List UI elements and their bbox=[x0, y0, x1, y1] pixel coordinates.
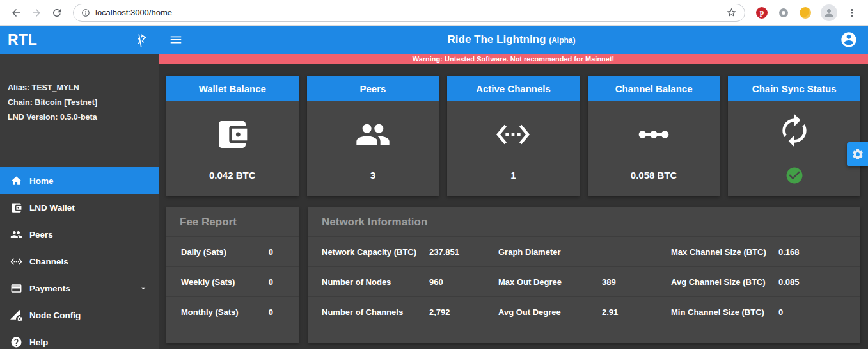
node-alias: Alias: TEST_MYLN bbox=[8, 81, 151, 95]
check-circle-icon bbox=[785, 166, 804, 185]
home-icon bbox=[10, 175, 22, 187]
active-channels-value: 1 bbox=[510, 170, 516, 181]
pin-off-icon bbox=[132, 31, 149, 48]
net-value: 237.851 bbox=[429, 247, 498, 257]
sidebar-item-home[interactable]: Home bbox=[0, 167, 159, 194]
sidebar-menu: Home LND Wallet Peers Channels Payments bbox=[0, 167, 159, 349]
fee-report-title: Fee Report bbox=[166, 207, 299, 236]
unpin-sidebar-button[interactable] bbox=[135, 34, 147, 46]
peers-card: Peers 3 bbox=[307, 76, 439, 196]
net-value: 2.91 bbox=[602, 307, 671, 317]
wallet-balance-card: Wallet Balance 0.042 BTC bbox=[166, 76, 299, 196]
gear-icon bbox=[851, 148, 864, 161]
channel-balance-card: Channel Balance 0.058 BTC bbox=[588, 76, 720, 196]
people-icon bbox=[10, 229, 22, 241]
wallet-balance-value: 0.042 BTC bbox=[209, 170, 256, 181]
account-button[interactable] bbox=[840, 31, 858, 49]
net-label: Max Out Degree bbox=[498, 277, 602, 287]
net-value: 389 bbox=[602, 277, 671, 287]
page-info-icon[interactable] bbox=[81, 8, 90, 17]
sidebar-item-lnd-wallet[interactable]: LND Wallet bbox=[0, 194, 159, 221]
peers-count-value: 3 bbox=[370, 170, 375, 181]
chevron-down-icon bbox=[138, 283, 148, 293]
forward-arrow-icon bbox=[31, 7, 42, 19]
node-config-icon bbox=[10, 309, 22, 321]
hamburger-menu-button[interactable] bbox=[169, 33, 183, 47]
wallet-icon bbox=[10, 202, 22, 214]
people-icon bbox=[355, 117, 391, 152]
card-title: Channel Balance bbox=[588, 76, 720, 101]
reload-icon bbox=[51, 7, 63, 19]
fee-row-daily: Daily (Sats) 0 bbox=[166, 236, 299, 266]
node-chain: Chain: Bitcoin [Testnet] bbox=[8, 95, 151, 110]
channel-balance-value: 0.058 BTC bbox=[631, 170, 677, 181]
sidebar-item-peers[interactable]: Peers bbox=[0, 221, 159, 248]
back-button[interactable] bbox=[6, 3, 26, 22]
help-icon bbox=[10, 336, 22, 348]
net-value: 0 bbox=[778, 307, 860, 317]
net-label: Min Channel Size (BTC) bbox=[671, 307, 778, 317]
browser-menu-button[interactable] bbox=[842, 3, 862, 22]
back-arrow-icon bbox=[10, 7, 22, 19]
url-text[interactable]: localhost:3000/home bbox=[95, 8, 721, 17]
bottom-panels-row: Fee Report Daily (Sats) 0 Weekly (Sats) … bbox=[166, 207, 860, 343]
main-area: Ride The Lightning (Alpha) Warning: Unte… bbox=[159, 26, 868, 349]
active-channels-card: Active Channels 1 bbox=[447, 76, 580, 196]
card-title: Wallet Balance bbox=[166, 76, 299, 101]
chain-sync-status-card: Chain Sync Status bbox=[728, 76, 860, 196]
extension-yellow-icon[interactable] bbox=[798, 6, 812, 20]
net-value: 2,792 bbox=[429, 307, 498, 317]
net-label: Number of Nodes bbox=[322, 277, 429, 287]
sidebar-item-channels[interactable]: Channels bbox=[0, 248, 159, 275]
net-label: Avg Channel Size (BTC) bbox=[671, 277, 778, 287]
node-version: LND Version: 0.5.0-beta bbox=[8, 110, 151, 125]
card-title: Chain Sync Status bbox=[728, 76, 860, 101]
dashboard-content: Wallet Balance 0.042 BTC Peers 3 bbox=[159, 64, 868, 349]
fee-report-panel: Fee Report Daily (Sats) 0 Weekly (Sats) … bbox=[166, 207, 299, 343]
app-toolbar: Ride The Lightning (Alpha) bbox=[159, 26, 868, 54]
page-title: Ride The Lightning (Alpha) bbox=[183, 33, 840, 46]
net-label: Graph Diameter bbox=[498, 247, 602, 257]
network-information-panel: Network Information Network Capacity (BT… bbox=[308, 207, 860, 343]
network-info-row: Number of Channels 2,792 Avg Out Degree … bbox=[308, 296, 860, 327]
hamburger-icon bbox=[169, 33, 183, 47]
brand-logo: RTL bbox=[8, 31, 37, 49]
extension-pinterest-icon[interactable]: p bbox=[755, 6, 769, 20]
address-bar[interactable]: localhost:3000/home bbox=[73, 4, 745, 22]
network-info-row: Network Capacity (BTC) 237.851 Graph Dia… bbox=[308, 236, 860, 266]
net-value: 0.085 bbox=[778, 277, 860, 287]
extension-ring-icon[interactable] bbox=[777, 6, 791, 20]
sidebar-item-help[interactable]: Help bbox=[0, 329, 159, 349]
theme-settings-button[interactable] bbox=[847, 142, 868, 166]
network-information-title: Network Information bbox=[308, 207, 860, 236]
node-info: Alias: TEST_MYLN Chain: Bitcoin [Testnet… bbox=[8, 81, 151, 125]
fee-row-weekly: Weekly (Sats) 0 bbox=[166, 266, 299, 296]
reload-button[interactable] bbox=[47, 3, 67, 22]
link-dots-icon bbox=[636, 117, 672, 152]
fee-row-monthly: Monthly (Sats) 0 bbox=[166, 296, 299, 327]
payments-icon bbox=[10, 282, 22, 295]
browser-profile-avatar[interactable] bbox=[821, 4, 837, 21]
browser-toolbar: localhost:3000/home p bbox=[0, 0, 868, 26]
wallet-icon bbox=[214, 117, 250, 152]
sidebar: RTL Alias: TEST_MYLN Chain: Bitcoin [Tes… bbox=[0, 26, 159, 349]
mainnet-warning-banner: Warning: Untested Software. Not recommen… bbox=[159, 54, 868, 64]
sidebar-item-node-config[interactable]: Node Config bbox=[0, 302, 159, 329]
net-label: Network Capacity (BTC) bbox=[322, 247, 429, 257]
net-label: Number of Channels bbox=[322, 307, 429, 317]
sync-icon bbox=[777, 113, 812, 149]
sidebar-item-payments[interactable]: Payments bbox=[0, 275, 159, 302]
forward-button[interactable] bbox=[27, 3, 46, 22]
network-info-row: Number of Nodes 960 Max Out Degree 389 A… bbox=[308, 266, 860, 296]
stat-cards-row: Wallet Balance 0.042 BTC Peers 3 bbox=[166, 76, 860, 196]
sidebar-brand: RTL bbox=[0, 26, 159, 54]
account-circle-icon bbox=[840, 31, 858, 49]
channels-icon bbox=[10, 256, 22, 268]
net-value: 960 bbox=[429, 277, 498, 287]
net-label: Avg Out Degree bbox=[498, 307, 602, 317]
channels-icon bbox=[495, 117, 531, 152]
card-title: Active Channels bbox=[447, 76, 580, 101]
bookmark-star-icon[interactable] bbox=[726, 7, 737, 18]
alpha-tag: (Alpha) bbox=[549, 36, 575, 45]
card-title: Peers bbox=[307, 76, 439, 101]
